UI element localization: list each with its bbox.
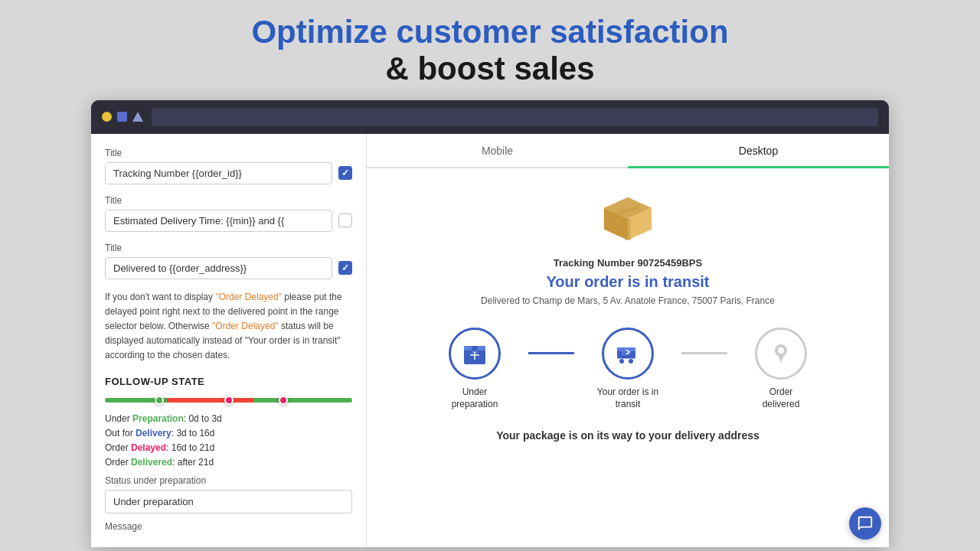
hero-title: Optimize customer satisfaction & boost s… bbox=[0, 14, 980, 88]
browser-window: Title ✓ Title Title bbox=[91, 100, 889, 547]
footer-text: Your package is on its way to your deliv… bbox=[496, 429, 760, 442]
pin-icon bbox=[767, 340, 795, 367]
timeline-line-1 bbox=[528, 352, 574, 354]
svg-rect-12 bbox=[617, 347, 635, 351]
field-group-1: Title ✓ bbox=[105, 148, 352, 184]
range-delivered: Order Delivered: after 21d bbox=[105, 457, 352, 468]
timeline-circle-3 bbox=[755, 328, 807, 380]
tracking-number: Tracking Number 90725459BPS bbox=[554, 257, 702, 269]
range-delivery-label: Delivery bbox=[136, 428, 172, 439]
delivered-to-input[interactable] bbox=[105, 257, 332, 279]
field-group-2: Title bbox=[105, 195, 352, 232]
preview-content: Tracking Number 90725459BPS Your order i… bbox=[367, 168, 889, 455]
range-delayed: Order Delayed: 16d to 21d bbox=[105, 442, 352, 453]
tabs-bar: Mobile Desktop bbox=[367, 134, 889, 168]
status-under-prep-input[interactable] bbox=[105, 490, 352, 514]
checkbox-2[interactable] bbox=[338, 214, 352, 227]
field-label-3: Title bbox=[105, 243, 352, 253]
info-highlight-1: "Order Delayed" bbox=[215, 292, 282, 302]
package-icon bbox=[597, 191, 658, 245]
field-group-3: Title ✓ bbox=[105, 243, 352, 279]
range-delivered-label: Delivered bbox=[131, 457, 172, 468]
slider-dot-2[interactable] bbox=[224, 396, 234, 405]
field-row-1: ✓ bbox=[105, 162, 352, 184]
message-label: Message bbox=[105, 521, 352, 532]
range-delivery: Out for Delivery: 3d to 16d bbox=[105, 428, 352, 439]
check-icon-1: ✓ bbox=[341, 168, 349, 178]
slider-dot-3[interactable] bbox=[279, 396, 288, 405]
timeline-label-3: Orderdelivered bbox=[763, 386, 800, 412]
timeline-label-2: Your order is intransit bbox=[597, 386, 658, 412]
timeline-step-2: Your order is intransit bbox=[574, 328, 681, 412]
slider-track[interactable] bbox=[105, 398, 352, 403]
hero-line1: Optimize customer satisfaction bbox=[251, 14, 728, 50]
box-icon bbox=[461, 340, 488, 367]
field-row-3: ✓ bbox=[105, 257, 352, 279]
cart-icon bbox=[614, 340, 642, 367]
range-prep-label: Preparation bbox=[132, 413, 184, 424]
info-highlight-2: "Order Delayed" bbox=[212, 321, 279, 331]
browser-bar bbox=[91, 100, 889, 134]
timeline: Underpreparation bbox=[382, 328, 874, 412]
browser-url-bar bbox=[152, 108, 878, 126]
checkbox-1[interactable]: ✓ bbox=[338, 166, 352, 180]
chat-icon bbox=[857, 515, 874, 532]
tab-mobile[interactable]: Mobile bbox=[367, 134, 628, 168]
timeline-step-3: Orderdelivered bbox=[727, 328, 835, 412]
right-panel: Mobile Desktop bbox=[367, 134, 889, 547]
slider-dot-1[interactable] bbox=[155, 396, 164, 405]
browser-dot-triangle bbox=[132, 112, 143, 122]
hero-section: Optimize customer satisfaction & boost s… bbox=[0, 0, 980, 100]
svg-point-15 bbox=[619, 359, 624, 364]
svg-marker-19 bbox=[778, 355, 784, 363]
field-row-2 bbox=[105, 210, 352, 232]
timeline-line-2 bbox=[681, 352, 727, 354]
svg-marker-3 bbox=[625, 218, 631, 240]
tab-desktop[interactable]: Desktop bbox=[628, 134, 889, 168]
svg-rect-7 bbox=[472, 346, 478, 350]
delivery-address: Delivered to Champ de Mars, 5 Av. Anatol… bbox=[481, 295, 775, 306]
check-icon-3: ✓ bbox=[341, 262, 349, 273]
timeline-circle-2 bbox=[602, 328, 654, 380]
order-status: Your order is in transit bbox=[547, 273, 710, 291]
field-label-1: Title bbox=[105, 148, 352, 158]
checkbox-3[interactable]: ✓ bbox=[338, 261, 352, 275]
timeline-label-1: Underpreparation bbox=[452, 386, 498, 412]
svg-point-16 bbox=[629, 359, 633, 364]
follow-up-title: FOLLOW-UP STATE bbox=[105, 376, 352, 387]
chat-button[interactable] bbox=[849, 507, 881, 540]
timeline-circle-1 bbox=[449, 328, 501, 380]
hero-line2: & boost sales bbox=[385, 51, 594, 86]
timeline-step-1: Underpreparation bbox=[421, 328, 528, 412]
delivery-time-input[interactable] bbox=[105, 210, 332, 232]
browser-body: Title ✓ Title Title bbox=[91, 134, 889, 547]
left-panel: Title ✓ Title Title bbox=[91, 134, 367, 547]
svg-point-18 bbox=[778, 347, 784, 354]
range-preparation: Under Preparation: 0d to 3d bbox=[105, 413, 352, 424]
browser-dot-yellow bbox=[102, 112, 112, 122]
status-under-prep-label: Status under preparation bbox=[105, 475, 352, 486]
field-label-2: Title bbox=[105, 195, 352, 206]
info-text: If you don't want to display "Order Dela… bbox=[105, 290, 352, 364]
range-delayed-label: Delayed bbox=[131, 442, 166, 453]
tracking-number-input[interactable] bbox=[105, 162, 332, 184]
browser-dot-square bbox=[117, 112, 127, 122]
